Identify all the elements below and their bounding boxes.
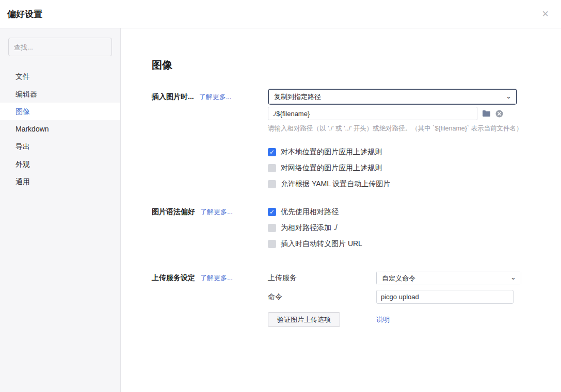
sidebar-item-markdown[interactable]: Markdown [0, 120, 120, 138]
checkbox-prefer-relative-path[interactable] [268, 208, 276, 216]
checkbox-label: 插入时自动转义图片 URL [281, 239, 362, 249]
upload-help-link[interactable]: 说明 [376, 315, 390, 324]
syntax-learn-more-link[interactable]: 了解更多... [200, 208, 233, 216]
folder-icon[interactable] [482, 110, 491, 117]
checkbox-row-escape-url: 插入时自动转义图片 URL ? [268, 239, 561, 249]
checkbox-label: 为相对路径添加 ./ [281, 223, 338, 233]
insert-section-label: 插入图片时... [152, 92, 194, 101]
insert-action-select-wrap: 复制到指定路径 ⌄ [268, 89, 517, 105]
sidebar-item-export[interactable]: 导出 [0, 138, 120, 155]
checkbox-local-images[interactable] [268, 148, 276, 156]
checkbox-label: 对网络位置的图片应用上述规则 [281, 164, 382, 173]
checkbox-label: 允许根据 YAML 设置自动上传图片 [281, 179, 390, 189]
checkbox-row-local-images: 对本地位置的图片应用上述规则 [268, 148, 561, 157]
clear-path-icon[interactable] [495, 110, 503, 118]
search-input[interactable] [14, 43, 106, 51]
section-insert-image: 插入图片时...了解更多... 复制到指定路径 ⌄ [152, 89, 561, 195]
insert-learn-more-link[interactable]: 了解更多... [199, 93, 232, 101]
upload-service-select[interactable]: 自定义命令 [377, 271, 521, 285]
checkbox-yaml-upload[interactable] [268, 180, 276, 188]
checkbox-label: 对本地位置的图片应用上述规则 [281, 148, 382, 157]
checkbox-row-yaml-upload: 允许根据 YAML 设置自动上传图片 [268, 179, 561, 189]
command-label: 命令 [268, 292, 376, 302]
path-hint-text: 请输入相对路径（以 './' 或 '../' 开头）或绝对路径。（其中 `${f… [268, 124, 557, 133]
window-title: 偏好设置 [0, 8, 42, 20]
syntax-section-label: 图片语法偏好 [152, 207, 195, 216]
upload-section-label: 上传服务设定 [152, 273, 195, 282]
checkbox-label: 优先使用相对路径 [281, 207, 339, 217]
main-content: 图像 插入图片时...了解更多... 复制到指定路径 ⌄ [121, 28, 561, 392]
checkbox-web-images[interactable] [268, 164, 276, 172]
sidebar-item-appearance[interactable]: 外观 [0, 155, 120, 173]
sidebar-item-files[interactable]: 文件 [0, 68, 120, 85]
sidebar-nav: 文件 编辑器 图像 Markdown 导出 外观 通用 [0, 68, 120, 190]
titlebar: 偏好设置 × [0, 0, 561, 28]
sidebar-item-general[interactable]: 通用 [0, 173, 120, 190]
copy-path-input[interactable] [268, 107, 477, 120]
page-title: 图像 [152, 58, 561, 72]
upload-learn-more-link[interactable]: 了解更多... [200, 274, 233, 282]
insert-action-select[interactable]: 复制到指定路径 [269, 90, 516, 104]
checkbox-row-web-images: 对网络位置的图片应用上述规则 [268, 164, 561, 173]
checkbox-row-add-dot-slash: 为相对路径添加 ./ ? [268, 223, 561, 233]
section-image-syntax: 图片语法偏好了解更多... 优先使用相对路径 为相对路径添加 ./ ? [152, 204, 561, 255]
sidebar-item-image[interactable]: 图像 [0, 103, 120, 120]
section-upload-service: 上传服务设定了解更多... 上传服务 自定义命令 ⌄ 命令 [152, 270, 561, 327]
validate-upload-button[interactable]: 验证图片上传选项 [268, 312, 340, 327]
close-icon[interactable]: × [540, 6, 551, 22]
upload-service-label: 上传服务 [268, 273, 376, 283]
sidebar: 文件 编辑器 图像 Markdown 导出 外观 通用 [0, 28, 121, 392]
search-box [8, 38, 112, 56]
sidebar-item-editor[interactable]: 编辑器 [0, 85, 120, 103]
checkbox-row-relative-path: 优先使用相对路径 [268, 207, 561, 217]
checkbox-add-dot-slash[interactable] [268, 224, 276, 232]
upload-service-select-wrap: 自定义命令 ⌄ [376, 271, 521, 285]
checkbox-escape-image-url[interactable] [268, 240, 276, 248]
command-input[interactable] [376, 290, 514, 304]
